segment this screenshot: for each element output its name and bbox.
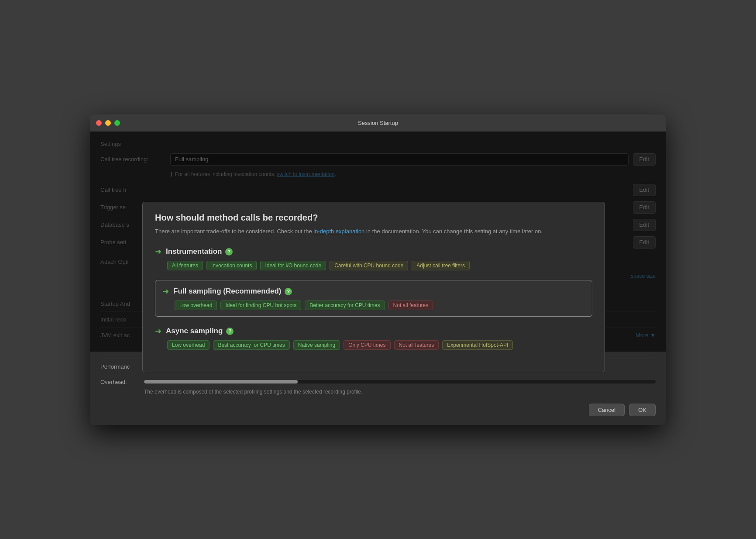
titlebar: Session Startup [90,114,666,132]
modal-desc-text2: in the documentation. You can change thi… [366,228,543,235]
titlebar-buttons [96,120,120,126]
instrumentation-title: Instrumentation [166,247,222,256]
tag-not-all-features-fs: Not all features [388,301,433,310]
full-sampling-header: ➜ Full sampling (Recommended) ? [162,287,585,296]
async-sampling-header: ➜ Async sampling ? [155,326,592,336]
minimize-button[interactable] [105,120,111,126]
ok-button[interactable]: OK [629,404,656,416]
tag-low-overhead-fs: Low overhead [175,301,217,310]
modal-title: How should method calls be recorded? [155,213,592,223]
async-sampling-option[interactable]: ➜ Async sampling ? Low overhead Best acc… [155,325,592,352]
overhead-progress-fill [144,380,298,384]
async-sampling-tags: Low overhead Best accuracy for CPU times… [167,340,592,350]
maximize-button[interactable] [114,120,120,126]
tag-best-accuracy-cpu: Best accuracy for CPU times [213,340,289,350]
async-sampling-help-icon[interactable]: ? [226,328,234,335]
in-depth-explanation-link[interactable]: in-depth explanation [313,228,364,235]
instrumentation-help-icon[interactable]: ? [225,248,233,256]
tag-ideal-cpu-hotspots: Ideal for finding CPU hot spots [220,301,301,310]
tag-native-sampling: Native sampling [293,340,340,350]
tag-careful-cpu: Careful with CPU bound code [330,261,408,270]
overhead-description: The overhead is composed of the selected… [144,389,656,395]
tag-ideal-io: Ideal for I/O bound code [260,261,326,270]
tag-only-cpu-times: Only CPU times [344,340,390,350]
modal-dialog: How should method calls be recorded? The… [142,202,605,373]
bottom-buttons: Cancel OK [100,404,656,416]
overhead-progress-bar [144,380,656,384]
tag-not-all-features-as: Not all features [394,340,439,350]
full-sampling-option[interactable]: ➜ Full sampling (Recommended) ? Low over… [155,280,592,317]
full-sampling-title: Full sampling (Recommended) [173,287,281,296]
main-window: Session Startup Settings Call tree recor… [90,114,666,425]
window-title: Session Startup [358,120,398,126]
tag-experimental-hotspot: Experimental HotSpot-API [442,340,513,350]
tag-invocation-counts: Invocation counts [206,261,257,270]
full-sampling-arrow-icon: ➜ [162,287,169,296]
tag-better-accuracy-cpu: Better accuracy for CPU times [305,301,385,310]
overhead-label: Overhead: [100,379,144,385]
modal-desc-text1: There are important trade-offs to be con… [155,228,312,235]
instrumentation-header: ➜ Instrumentation ? [155,247,592,256]
modal-description: There are important trade-offs to be con… [155,227,592,236]
full-sampling-tags: Low overhead Ideal for finding CPU hot s… [175,301,585,310]
full-sampling-help-icon[interactable]: ? [285,288,292,295]
tag-all-features: All features [167,261,203,270]
instrumentation-arrow-icon: ➜ [155,247,162,256]
overhead-row: Overhead: [100,379,656,385]
tag-low-overhead-as: Low overhead [167,340,210,350]
cancel-button[interactable]: Cancel [589,404,625,416]
instrumentation-option[interactable]: ➜ Instrumentation ? All features Invocat… [155,245,592,272]
tag-adjust-filters: Adjust call tree filters [412,261,470,270]
async-sampling-title: Async sampling [166,327,223,335]
async-sampling-arrow-icon: ➜ [155,326,162,336]
instrumentation-tags: All features Invocation counts Ideal for… [167,261,592,270]
window-body: Settings Call tree recording: Edit ℹ For… [90,132,666,352]
close-button[interactable] [96,120,102,126]
